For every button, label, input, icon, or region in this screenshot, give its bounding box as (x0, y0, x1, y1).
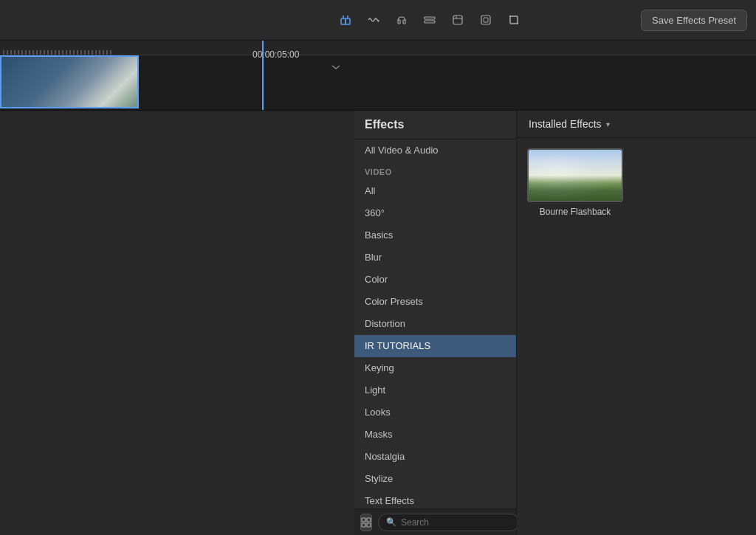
effects-bottom-bar: 🔍 1 item (354, 508, 516, 535)
expand-icon[interactable] (330, 61, 342, 75)
effects-item-basics[interactable]: Basics (354, 224, 516, 246)
installed-effects-panel: Installed Effects ▾ Bourne Flashback (517, 111, 756, 535)
transform-icon[interactable] (474, 10, 498, 30)
effects-item-nostalgia[interactable]: Nostalgia (354, 446, 516, 468)
toolbar-icons (334, 10, 526, 30)
timecode-display: 00:00:05:00 (252, 49, 299, 60)
effects-item-looks[interactable]: Looks (354, 401, 516, 424)
magnetic-icon[interactable] (334, 10, 357, 30)
main-content: Effects All Video & Audio VIDEO All 360°… (0, 111, 756, 535)
effect-label: Bourne Flashback (540, 207, 611, 217)
installed-header-chevron-icon[interactable]: ▾ (606, 120, 610, 128)
svg-rect-6 (484, 18, 488, 22)
search-icon: 🔍 (386, 517, 396, 527)
svg-rect-9 (362, 523, 365, 527)
effects-item-ir-tutorials[interactable]: IR TUTORIALS (354, 335, 516, 357)
effects-item-light[interactable]: Light (354, 379, 516, 401)
effects-item-all-video-audio[interactable]: All Video & Audio (354, 139, 516, 162)
effects-panel-header: Effects (354, 111, 516, 139)
effects-item-color-presets[interactable]: Color Presets (354, 291, 516, 313)
effects-item-keying[interactable]: Keying (354, 357, 516, 379)
playhead[interactable] (262, 41, 264, 110)
headphones-icon[interactable] (390, 10, 413, 30)
svg-rect-5 (481, 15, 490, 24)
svg-rect-4 (453, 15, 462, 24)
svg-rect-2 (425, 17, 435, 19)
effects-item-stylize[interactable]: Stylize (354, 468, 516, 490)
svg-rect-1 (346, 18, 350, 24)
effect-thumb-image (529, 150, 622, 201)
timeline-ruler (0, 41, 756, 55)
top-bar: Save Effects Preset (0, 0, 756, 41)
effects-item-masks[interactable]: Masks (354, 424, 516, 446)
effects-item-all[interactable]: All (354, 180, 516, 202)
video-clip-thumbnail[interactable] (0, 55, 139, 108)
installed-effects-content: Bourne Flashback (517, 138, 756, 535)
effects-item-distortion[interactable]: Distortion (354, 313, 516, 335)
effects-sidebar: Effects All Video & Audio VIDEO All 360°… (354, 111, 517, 535)
svg-rect-7 (362, 518, 365, 522)
effects-item-360[interactable]: 360° (354, 202, 516, 224)
effects-panel: Effects All Video & Audio VIDEO All 360°… (354, 111, 756, 535)
effects-item-color[interactable]: Color (354, 269, 516, 291)
left-panel (0, 111, 354, 535)
installed-effects-header: Installed Effects ▾ (517, 111, 756, 138)
timeline-area: 00:00:05:00 (0, 41, 756, 111)
effects-item-text-effects[interactable]: Text Effects (354, 490, 516, 508)
effects-item-blur[interactable]: Blur (354, 246, 516, 269)
save-effects-preset-button[interactable]: Save Effects Preset (641, 10, 747, 31)
search-box[interactable]: 🔍 (378, 514, 520, 531)
effects-list: All Video & Audio VIDEO All 360° Basics … (354, 139, 516, 508)
search-input[interactable] (401, 517, 512, 528)
effects-section-video: VIDEO (354, 162, 516, 180)
clip-icon[interactable] (446, 10, 470, 30)
svg-rect-0 (341, 18, 346, 24)
svg-rect-3 (425, 21, 435, 23)
effect-thumbnail (527, 148, 623, 202)
svg-rect-8 (367, 518, 371, 522)
trim-icon[interactable] (418, 10, 441, 30)
grid-toggle-button[interactable] (360, 514, 372, 531)
audio-waveform-icon[interactable] (362, 10, 385, 30)
crop-icon[interactable] (502, 10, 526, 30)
effect-item-bourne-flashback[interactable]: Bourne Flashback (527, 148, 623, 217)
svg-rect-10 (367, 523, 371, 527)
